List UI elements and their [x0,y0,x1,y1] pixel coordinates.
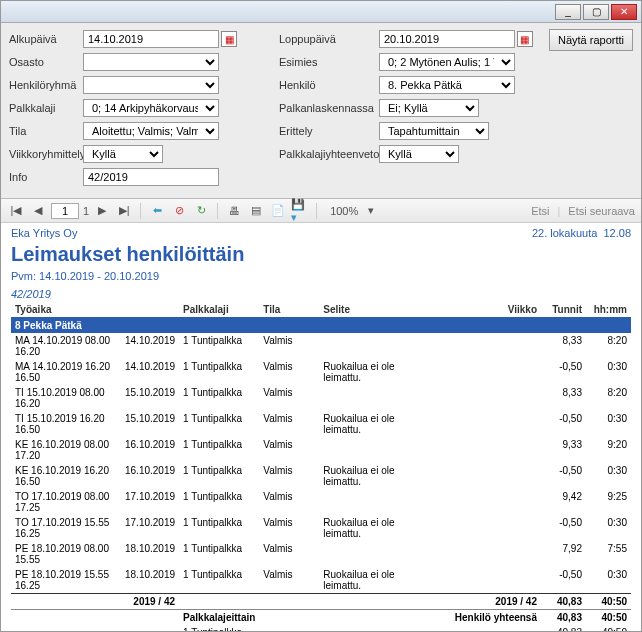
maximize-button[interactable]: ▢ [583,4,609,20]
week-tunnit: 40,83 [541,594,586,610]
table-row: TO 17.10.2019 15.55 16.2517.10.20191 Tun… [11,515,631,541]
group-header: 8 Pekka Pätkä [11,318,631,334]
app-window: _ ▢ ✕ Alkupäivä▦ Osasto Henkilöryhmä Pal… [0,0,642,632]
report-range: Pvm: 14.10.2019 - 20.10.2019 [11,270,631,282]
esimies-label: Esimies [279,56,379,68]
report-info: 42/2019 [11,288,631,300]
zoom-value[interactable]: 100% [330,205,358,217]
refresh-button[interactable]: ↻ [192,202,210,220]
col-selite: Selite [319,302,438,318]
erittely-select[interactable]: Tapahtumittain [379,122,489,140]
henkilo-select[interactable]: 8. Pekka Pätkä [379,76,515,94]
calendar-icon[interactable]: ▦ [517,31,533,47]
table-row: PE 18.10.2019 15.55 16.2518.10.20191 Tun… [11,567,631,594]
last-page-button[interactable]: ▶| [115,202,133,220]
palkkalajiyht-select[interactable]: Kyllä [379,145,459,163]
henkryhma-select[interactable] [83,76,219,94]
henkilo-yht-label: Henkilö yhteensä [438,610,541,626]
palkkalaji-select[interactable]: 0; 14 Arkipyhäkorvaus; 90 Lom [83,99,219,117]
layout-button[interactable]: ▤ [247,202,265,220]
palkkalajiyht-label: Palkkalajiyhteenveto [279,148,379,160]
viikkoryhm-select[interactable]: Kyllä [83,145,163,163]
first-page-button[interactable]: |◀ [7,202,25,220]
week-sum-label: 2019 / 42 [11,594,179,610]
next-page-button[interactable]: ▶ [93,202,111,220]
esimies-select[interactable]: 0; 2 Mytönen Aulis; 1 Veera Pu [379,53,515,71]
palkkalaji-label: Palkkalaji [9,102,83,114]
calendar-icon[interactable]: ▦ [221,31,237,47]
col-tunnit: Tunnit [541,302,586,318]
week-sum-label2: 2019 / 42 [438,594,541,610]
henkilo-yht-tun: 40,83 [541,610,586,626]
find-link[interactable]: Etsi [531,205,549,217]
print-button[interactable]: 🖶 [225,202,243,220]
col-palkkalaji: Palkkalaji [179,302,259,318]
alkupaiva-input[interactable] [83,30,219,48]
show-report-button[interactable]: Näytä raportti [549,29,633,51]
tila-select[interactable]: Aloitettu; Valmis; Valmis käyttäji [83,122,219,140]
stop-button[interactable]: ⊘ [170,202,188,220]
week-hhmm: 40:50 [586,594,631,610]
pl-row-tun: 40,83 [541,625,586,631]
titlebar: _ ▢ ✕ [1,1,641,23]
pl-row-name: 1 Tuntipalkka [179,625,259,631]
col-viikko: Viikko [438,302,541,318]
info-input[interactable] [83,168,219,186]
col-tyoaika: Työaika [11,302,179,318]
tila-label: Tila [9,125,83,137]
osasto-label: Osasto [9,56,83,68]
report-toolbar: |◀ ◀ 1 ▶ ▶| ⬅ ⊘ ↻ 🖶 ▤ 📄 💾▾ 100% ▾ Etsi |… [1,199,641,223]
henkilo-label: Henkilö [279,79,379,91]
table-row: TI 15.10.2019 16.20 16.5015.10.20191 Tun… [11,411,631,437]
table-row: PE 18.10.2019 08.00 15.5518.10.20191 Tun… [11,541,631,567]
palkanlask-select[interactable]: Ei; Kyllä [379,99,479,117]
close-button[interactable]: ✕ [611,4,637,20]
table-row: TI 15.10.2019 08.00 16.2015.10.20191 Tun… [11,385,631,411]
minimize-button[interactable]: _ [555,4,581,20]
table-row: KE 16.10.2019 16.20 16.5016.10.20191 Tun… [11,463,631,489]
report-table: Työaika Palkkalaji Tila Selite Viikko Tu… [11,302,631,631]
report-date: 22. lokakuuta [532,227,597,239]
table-row: MA 14.10.2019 08.00 16.2014.10.20191 Tun… [11,333,631,359]
back-button[interactable]: ⬅ [148,202,166,220]
henkryhma-label: Henkilöryhmä [9,79,83,91]
col-tila: Tila [259,302,319,318]
loppupaiva-input[interactable] [379,30,515,48]
viikkoryhm-label: Viikkoryhmittely [9,148,83,160]
loppupaiva-label: Loppupäivä [279,33,379,45]
henkilo-yht-hm: 40:50 [586,610,631,626]
table-row: MA 14.10.2019 16.20 16.5014.10.20191 Tun… [11,359,631,385]
palkkalajeittain-label: Palkkalajeittain [179,610,259,626]
report-title: Leimaukset henkilöittäin [11,243,631,266]
report-time: 12.08 [603,227,631,239]
col-hhmm: hh:mm [586,302,631,318]
table-row: KE 16.10.2019 08.00 17.2016.10.20191 Tun… [11,437,631,463]
company-name: Eka Yritys Oy [11,227,77,239]
alkupaiva-label: Alkupäivä [9,33,83,45]
palkanlask-label: Palkanlaskennassa [279,102,379,114]
page-setup-button[interactable]: 📄 [269,202,287,220]
table-row: TO 17.10.2019 08.00 17.2517.10.20191 Tun… [11,489,631,515]
pl-row-hm: 40:50 [586,625,631,631]
report-viewer: Eka Yritys Oy 22. lokakuuta 12.08 Leimau… [1,223,641,631]
export-button[interactable]: 💾▾ [291,202,309,220]
page-input[interactable] [51,203,79,219]
erittely-label: Erittely [279,125,379,137]
page-of: 1 [83,205,89,217]
zoom-dropdown-icon[interactable]: ▾ [368,204,374,217]
osasto-select[interactable] [83,53,219,71]
find-next-link[interactable]: Etsi seuraava [568,205,635,217]
prev-page-button[interactable]: ◀ [29,202,47,220]
filter-panel: Alkupäivä▦ Osasto Henkilöryhmä Palkkalaj… [1,23,641,199]
info-label: Info [9,171,83,183]
